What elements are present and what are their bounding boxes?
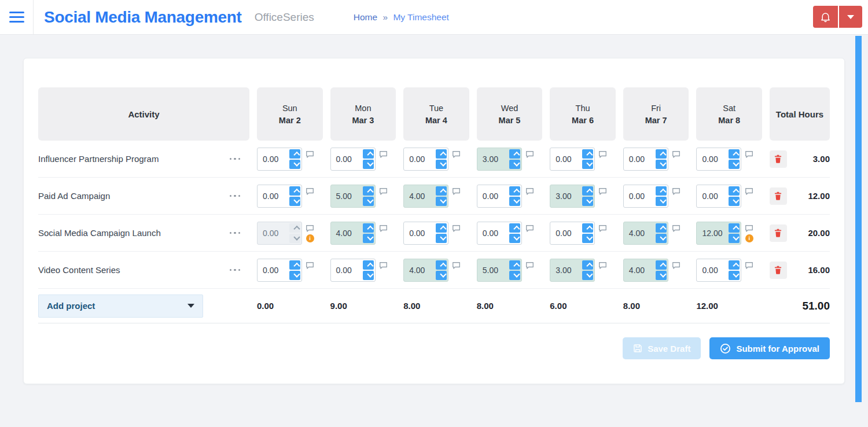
decrement-button[interactable] (436, 271, 447, 280)
decrement-button[interactable] (729, 160, 740, 169)
increment-button[interactable] (582, 186, 593, 196)
decrement-button[interactable] (436, 160, 447, 169)
delete-row-button[interactable] (770, 187, 787, 205)
comment-icon[interactable] (672, 187, 681, 196)
comment-icon[interactable] (306, 187, 314, 196)
decrement-button[interactable] (656, 197, 667, 206)
comment-icon[interactable] (379, 187, 388, 196)
hours-input[interactable]: 0.00 (330, 259, 376, 282)
decrement-button[interactable] (363, 234, 374, 243)
decrement-button[interactable] (289, 271, 300, 280)
increment-button[interactable] (656, 223, 667, 233)
comment-icon[interactable] (306, 262, 314, 270)
delete-row-button[interactable] (770, 224, 787, 242)
increment-button[interactable] (582, 223, 593, 233)
row-menu-button[interactable] (229, 266, 242, 275)
vertical-scrollbar[interactable] (855, 36, 862, 402)
decrement-button[interactable] (509, 234, 520, 243)
increment-button[interactable] (363, 260, 374, 270)
hours-input[interactable]: 4.00 (623, 259, 668, 282)
comment-icon[interactable] (379, 150, 388, 159)
decrement-button[interactable] (289, 160, 300, 169)
decrement-button[interactable] (582, 160, 593, 169)
increment-button[interactable] (363, 186, 374, 196)
increment-button[interactable] (729, 223, 740, 233)
increment-button[interactable] (729, 149, 740, 159)
decrement-button[interactable] (729, 271, 740, 280)
delete-row-button[interactable] (770, 150, 787, 168)
hours-input[interactable]: 0.00 (330, 148, 376, 171)
add-project-select[interactable]: Add project (38, 295, 203, 318)
hours-input[interactable]: 0.00 (257, 148, 302, 171)
row-menu-button[interactable] (229, 229, 242, 238)
decrement-button[interactable] (363, 271, 374, 280)
increment-button[interactable] (436, 223, 447, 233)
decrement-button[interactable] (363, 160, 374, 169)
decrement-button[interactable] (509, 160, 520, 169)
increment-button[interactable] (729, 186, 740, 196)
increment-button[interactable] (289, 223, 300, 233)
row-menu-button[interactable] (229, 192, 242, 201)
hours-input[interactable]: 12.00 (696, 222, 741, 245)
delete-row-button[interactable] (770, 262, 787, 279)
comment-icon[interactable] (672, 262, 681, 270)
increment-button[interactable] (363, 149, 374, 159)
comment-icon[interactable] (525, 150, 534, 159)
decrement-button[interactable] (729, 234, 740, 243)
hours-input[interactable]: 0.00 (696, 185, 741, 208)
hours-input[interactable]: 0.00 (623, 148, 668, 171)
row-menu-button[interactable] (229, 154, 242, 164)
hours-input[interactable]: 0.00 (257, 259, 302, 282)
comment-icon[interactable] (452, 262, 461, 270)
hours-input[interactable]: 5.00 (477, 259, 522, 282)
hours-input[interactable]: 3.00 (477, 148, 522, 171)
hours-input[interactable]: 4.00 (403, 259, 448, 282)
hours-input[interactable]: 4.00 (623, 222, 668, 245)
increment-button[interactable] (436, 149, 447, 159)
comment-icon[interactable] (598, 150, 607, 159)
hours-input[interactable]: 0.00 (550, 148, 595, 171)
increment-button[interactable] (509, 186, 520, 196)
hours-input[interactable]: 0.00 (696, 148, 741, 171)
decrement-button[interactable] (509, 271, 520, 280)
increment-button[interactable] (656, 149, 667, 159)
save-draft-button[interactable]: Save Draft (623, 337, 701, 359)
comment-icon[interactable] (598, 187, 607, 196)
increment-button[interactable] (363, 223, 374, 233)
hours-input[interactable]: 0.00 (403, 222, 448, 245)
increment-button[interactable] (289, 149, 300, 159)
increment-button[interactable] (509, 260, 520, 270)
decrement-button[interactable] (436, 234, 447, 243)
decrement-button[interactable] (289, 197, 300, 206)
hamburger-menu-button[interactable] (0, 0, 34, 35)
increment-button[interactable] (509, 223, 520, 233)
hours-input[interactable]: 0.00 (477, 222, 522, 245)
hours-input[interactable]: 3.00 (550, 185, 595, 208)
hours-input[interactable]: 0.00 (696, 259, 741, 282)
increment-button[interactable] (289, 186, 300, 196)
comment-icon[interactable] (598, 262, 607, 270)
comment-icon[interactable] (672, 224, 681, 233)
increment-button[interactable] (729, 260, 740, 270)
comment-icon[interactable] (745, 150, 753, 159)
comment-icon[interactable] (379, 224, 388, 233)
comment-icon[interactable] (306, 150, 314, 159)
decrement-button[interactable] (436, 197, 447, 206)
increment-button[interactable] (582, 260, 593, 270)
comment-icon[interactable] (525, 224, 534, 233)
increment-button[interactable] (656, 186, 667, 196)
notifications-button[interactable] (813, 6, 838, 28)
decrement-button[interactable] (656, 160, 667, 169)
decrement-button[interactable] (656, 271, 667, 280)
hours-input[interactable]: 4.00 (330, 222, 376, 245)
increment-button[interactable] (582, 149, 593, 159)
hours-input[interactable]: 0.00 (403, 148, 448, 171)
comment-icon[interactable] (452, 224, 461, 233)
user-menu-button[interactable] (839, 6, 862, 28)
comment-icon[interactable] (525, 262, 534, 270)
comment-icon[interactable] (525, 187, 534, 196)
increment-button[interactable] (436, 260, 447, 270)
submit-for-approval-button[interactable]: Submit for Approval (709, 337, 830, 359)
comment-icon[interactable] (452, 187, 461, 196)
comment-icon[interactable] (745, 187, 753, 196)
